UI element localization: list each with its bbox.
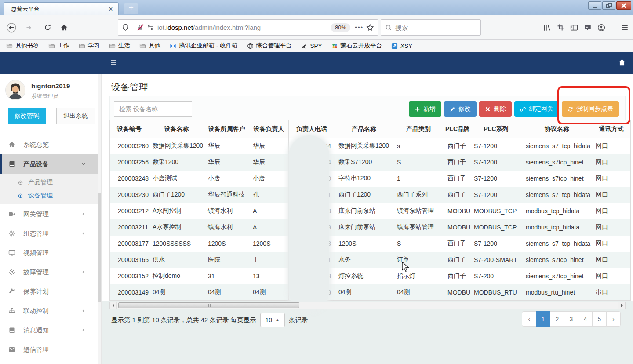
cogs-icon bbox=[8, 269, 16, 276]
browser-menu-icon[interactable] bbox=[621, 24, 629, 32]
sidebar-scrollbar[interactable] bbox=[98, 74, 101, 364]
table-row[interactable]: 200003230西门子1200华辰智通科技孔131西门子1200西门子系列西门… bbox=[110, 187, 631, 203]
browser-tab[interactable]: 思普云平台 × bbox=[4, 2, 119, 15]
envelope-icon bbox=[8, 346, 16, 353]
browser-home-button[interactable] bbox=[56, 20, 72, 35]
add-button[interactable]: 新增 bbox=[409, 101, 441, 117]
sidebar-item-linkage-control[interactable]: 联动控制 bbox=[0, 301, 101, 320]
sidebar-item-workshop-management[interactable]: 车间管理 bbox=[0, 359, 101, 364]
page-button-3[interactable]: 3 bbox=[564, 311, 578, 327]
edit-button[interactable]: 修改 bbox=[444, 101, 477, 117]
insecure-lock-icon[interactable] bbox=[137, 24, 144, 31]
zoom-level-badge[interactable]: 80% bbox=[331, 23, 350, 32]
table-row[interactable]: 2000031771200SSSSSS1200S1200S881200SS西门子… bbox=[110, 236, 631, 252]
table-row[interactable]: 200003260数据网关采集1200华辰华辰104数据网关采集1200s西门子… bbox=[110, 138, 631, 154]
window-restore-button[interactable] bbox=[602, 1, 615, 10]
sidebar-item-product-device[interactable]: 产品设备 bbox=[0, 154, 101, 174]
scrollbar-thumb[interactable] bbox=[118, 302, 299, 308]
sidebar-subitem-label: 产品管理 bbox=[28, 178, 53, 186]
bookmark-item[interactable]: 生活 bbox=[109, 42, 130, 50]
bookmark-item[interactable]: SPY bbox=[301, 43, 322, 49]
sidebar-item-configuration-management[interactable]: 组态管理 bbox=[0, 224, 101, 243]
cogs-icon bbox=[8, 230, 16, 237]
table-row[interactable]: 200003248小唐测试小唐小唐10字符串12001西门子S7-1200sie… bbox=[110, 171, 631, 187]
tracking-protection-shield-icon[interactable] bbox=[122, 24, 129, 31]
table-row[interactable]: 200003211A水泵控制镇海水利A33庶来门前泵站镇海泵站管理MODBUSM… bbox=[110, 219, 631, 236]
sidebar-item-fault-management[interactable]: 故障管理 bbox=[0, 262, 101, 282]
forward-button[interactable] bbox=[21, 20, 37, 35]
permissions-icon[interactable] bbox=[147, 24, 154, 31]
table-row[interactable]: 200003165供水医院王41水务订单西门子S7-200-SMARTsieme… bbox=[110, 252, 631, 268]
page-button-1[interactable]: 1 bbox=[536, 311, 550, 327]
scroll-left-arrow[interactable] bbox=[110, 302, 117, 309]
logout-button[interactable]: 退出系统 bbox=[56, 108, 95, 124]
bookmark-star-icon[interactable] bbox=[366, 24, 374, 32]
app-home-icon[interactable] bbox=[618, 58, 626, 66]
sidebar-item-message-notification[interactable]: 消息通知 bbox=[0, 320, 101, 340]
bookmark-item[interactable]: XSY bbox=[391, 43, 412, 49]
bookmark-item[interactable]: 学习 bbox=[79, 42, 100, 50]
window-minimize-button[interactable] bbox=[588, 1, 601, 10]
horizontal-scrollbar[interactable] bbox=[109, 302, 626, 309]
sidebar-item-maintenance-plan[interactable]: 保养计划 bbox=[0, 282, 101, 301]
force-sync-button[interactable]: 强制同步点表 bbox=[562, 101, 619, 117]
page-size-dropdown[interactable]: 10 ▲ bbox=[260, 313, 285, 327]
sidebar-item-video-management[interactable]: 视频管理 bbox=[0, 243, 101, 262]
page-button-5[interactable]: 5 bbox=[592, 311, 607, 327]
sidebar-item-gateway-management[interactable]: 网关管理 bbox=[0, 204, 101, 224]
cell-category: 镇海泵站管理 bbox=[393, 219, 444, 236]
page-button-4[interactable]: 4 bbox=[578, 311, 593, 327]
reload-button[interactable] bbox=[40, 20, 55, 35]
device-search-input[interactable] bbox=[114, 101, 192, 117]
sidebar-subitem-device-management[interactable]: 设备管理 bbox=[0, 189, 101, 202]
cell-name: 供水 bbox=[149, 252, 204, 268]
screenshot-icon[interactable] bbox=[557, 24, 564, 31]
cell-plc_brand: 西门子 bbox=[444, 268, 470, 284]
table-row[interactable]: 200003152控制demo311318灯控系统指示灯西门子S7-200sie… bbox=[110, 268, 631, 284]
url-text[interactable]: iot.idosp.net/admin/index.html?lang bbox=[157, 24, 329, 31]
browser-search-input[interactable] bbox=[395, 24, 477, 31]
bookmark-item[interactable]: 工作 bbox=[48, 42, 69, 50]
bookmark-item[interactable]: 综合管理平台 bbox=[247, 42, 292, 50]
delete-button[interactable]: 删除 bbox=[479, 101, 512, 117]
page-actions-icon[interactable]: ••• bbox=[355, 24, 364, 31]
page-button-2[interactable]: 2 bbox=[550, 311, 564, 327]
bind-gateway-button[interactable]: 绑定网关 bbox=[514, 101, 559, 117]
sidebar-item-system-overview[interactable]: 系统总览 bbox=[0, 135, 101, 154]
bookmark-item[interactable]: 萤石云开放平台 bbox=[331, 42, 382, 50]
tab-close-icon[interactable]: × bbox=[107, 5, 115, 13]
messages-icon[interactable] bbox=[584, 24, 592, 32]
sidebars-icon[interactable] bbox=[570, 24, 578, 32]
browser-search-bar[interactable] bbox=[381, 19, 481, 36]
bookmark-item[interactable]: 其他书签 bbox=[6, 42, 39, 50]
bookmark-item[interactable]: 腾讯企业邮箱 - 收件箱 bbox=[170, 42, 238, 50]
url-bar[interactable]: iot.idosp.net/admin/index.html?lang 80% … bbox=[118, 19, 378, 36]
change-password-button[interactable]: 修改密码 bbox=[8, 108, 46, 124]
table-row[interactable]: 200003212A水闸控制镇海水利A33庶来门前泵站镇海泵站管理MODBUSM… bbox=[110, 203, 631, 219]
bookmark-item[interactable]: 其他 bbox=[139, 42, 160, 50]
column-header: 设备编号 bbox=[110, 120, 149, 138]
sidebar-item-label: 网关管理 bbox=[23, 210, 80, 218]
cell-plc_brand: 西门子 bbox=[444, 187, 470, 203]
sidebar-item-sms-management[interactable]: 短信管理 bbox=[0, 340, 101, 359]
scrollbar-thumb[interactable] bbox=[98, 193, 101, 302]
library-icon[interactable] bbox=[543, 24, 551, 32]
cell-comm: 网口 bbox=[592, 268, 631, 284]
table-row[interactable]: 200003256数采1200华辰华辰104数采S71200S西门子S7-120… bbox=[110, 154, 631, 171]
window-close-button[interactable] bbox=[616, 1, 631, 10]
main-content: 设备管理 新增修改删除绑定网关强制同步点表 设备编号设备名称设备所属客户设备负责… bbox=[101, 74, 633, 364]
table-row[interactable]: 20000314904测04测04测15804测04测MODBUSMODBUS_… bbox=[110, 284, 631, 301]
cell-product: 灯控系统 bbox=[335, 268, 393, 284]
new-tab-button[interactable]: + bbox=[124, 3, 138, 14]
sidebar-toggle-icon[interactable] bbox=[110, 59, 117, 66]
cell-name: 数据网关采集1200 bbox=[149, 138, 204, 154]
back-button[interactable] bbox=[4, 20, 19, 35]
scroll-right-arrow[interactable] bbox=[618, 302, 625, 309]
sidebar-subitem-product-management[interactable]: 产品管理 bbox=[0, 176, 101, 189]
previous-page-button[interactable]: ‹ bbox=[522, 311, 536, 327]
cell-owner: 华辰 bbox=[249, 154, 289, 171]
caret-up-icon: ▲ bbox=[276, 318, 280, 322]
next-page-button[interactable]: › bbox=[606, 311, 621, 327]
account-icon[interactable] bbox=[597, 24, 605, 32]
cell-id: 200003256 bbox=[110, 154, 149, 171]
